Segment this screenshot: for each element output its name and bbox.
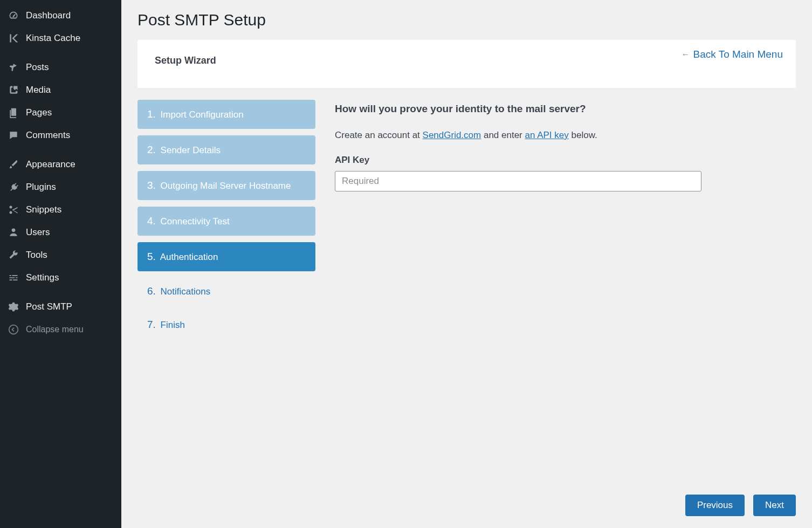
sidebar-item-appearance[interactable]: Appearance xyxy=(0,153,121,176)
sidebar-item-snippets[interactable]: Snippets xyxy=(0,198,121,221)
step-label: Sender Details xyxy=(161,145,221,155)
sidebar-item-label: Kinsta Cache xyxy=(26,33,80,44)
sidebar-item-pages[interactable]: Pages xyxy=(0,101,121,124)
arrow-left-icon: ← xyxy=(681,50,690,59)
sidebar-item-tools[interactable]: Tools xyxy=(0,244,121,266)
step-label: Connectivity Test xyxy=(161,216,230,227)
sidebar-separator xyxy=(0,50,121,56)
sendgrid-link[interactable]: SendGrid.com xyxy=(423,130,481,140)
sidebar-item-plugins[interactable]: Plugins xyxy=(0,176,121,198)
content-description: Create an account at SendGrid.com and en… xyxy=(335,130,796,141)
content-heading: How will you prove your identity to the … xyxy=(335,103,796,115)
sidebar-item-label: Pages xyxy=(26,107,52,118)
sidebar-item-post-smtp[interactable]: Post SMTP xyxy=(0,296,121,318)
step-authentication[interactable]: 5. Authentication xyxy=(137,242,315,271)
step-label: Finish xyxy=(161,320,185,330)
sidebar-separator xyxy=(0,289,121,296)
step-sender-details[interactable]: 2. Sender Details xyxy=(137,135,315,164)
wizard-header: ← Back To Main Menu Setup Wizard xyxy=(137,40,796,88)
step-label: Notifications xyxy=(161,286,211,297)
sidebar-item-label: Tools xyxy=(26,250,47,260)
sidebar-item-label: Settings xyxy=(26,272,59,283)
sidebar-item-label: Snippets xyxy=(26,204,61,215)
collapse-icon xyxy=(8,324,19,335)
step-number: 7. xyxy=(147,319,156,330)
page-title: Post SMTP Setup xyxy=(137,11,796,29)
step-connectivity-test[interactable]: 4. Connectivity Test xyxy=(137,207,315,236)
pages-icon xyxy=(8,107,19,119)
sidebar-item-kinsta-cache[interactable]: Kinsta Cache xyxy=(0,27,121,50)
sidebar-item-media[interactable]: Media xyxy=(0,79,121,101)
api-key-input[interactable] xyxy=(335,171,701,191)
kinsta-icon xyxy=(8,32,19,44)
sidebar-separator xyxy=(0,147,121,153)
comment-icon xyxy=(8,129,19,141)
sidebar-item-label: Appearance xyxy=(26,159,75,170)
plug-icon xyxy=(8,181,19,193)
step-label: Import Configuration xyxy=(161,109,244,120)
step-number: 3. xyxy=(147,180,156,191)
step-number: 6. xyxy=(147,285,156,297)
back-to-main-link[interactable]: ← Back To Main Menu xyxy=(681,49,783,60)
previous-button[interactable]: Previous xyxy=(685,495,745,516)
step-finish[interactable]: 7. Finish xyxy=(137,311,315,338)
gauge-icon xyxy=(8,10,19,22)
sidebar-item-dashboard[interactable]: Dashboard xyxy=(0,4,121,27)
sidebar-item-posts[interactable]: Posts xyxy=(0,56,121,79)
step-import-configuration[interactable]: 1. Import Configuration xyxy=(137,100,315,129)
sidebar-item-label: Comments xyxy=(26,130,70,141)
sidebar-item-label: Posts xyxy=(26,62,49,73)
sidebar-item-users[interactable]: Users xyxy=(0,221,121,244)
content-column: How will you prove your identity to the … xyxy=(335,100,796,338)
step-number: 4. xyxy=(147,215,156,227)
step-number: 1. xyxy=(147,108,156,120)
user-icon xyxy=(8,227,19,238)
api-key-link[interactable]: an API key xyxy=(525,130,569,140)
sliders-icon xyxy=(8,272,19,284)
wrench-icon xyxy=(8,249,19,261)
step-label: Authentication xyxy=(160,252,218,262)
sidebar-item-label: Media xyxy=(26,85,51,95)
sidebar-item-label: Dashboard xyxy=(26,10,71,21)
admin-sidebar: Dashboard Kinsta Cache Posts Media Pages… xyxy=(0,0,121,528)
back-link-label: Back To Main Menu xyxy=(693,49,783,60)
pin-icon xyxy=(8,61,19,73)
svg-point-0 xyxy=(9,325,18,334)
step-number: 2. xyxy=(147,144,156,155)
collapse-menu-label: Collapse menu xyxy=(26,325,84,334)
media-icon xyxy=(8,84,19,96)
sidebar-item-label: Users xyxy=(26,227,50,238)
scissors-icon xyxy=(8,204,19,216)
gear-icon xyxy=(8,301,19,313)
brush-icon xyxy=(8,159,19,170)
wizard-buttons: Previous Next xyxy=(685,495,796,516)
collapse-menu-button[interactable]: Collapse menu xyxy=(0,318,121,341)
sidebar-item-comments[interactable]: Comments xyxy=(0,124,121,147)
wizard-body: 1. Import Configuration 2. Sender Detail… xyxy=(137,100,796,338)
steps-column: 1. Import Configuration 2. Sender Detail… xyxy=(137,100,315,338)
step-notifications[interactable]: 6. Notifications xyxy=(137,278,315,305)
step-label: Outgoing Mail Server Hostname xyxy=(161,181,291,191)
api-key-label: API Key xyxy=(335,155,796,166)
step-number: 5. xyxy=(147,251,156,262)
sidebar-item-label: Post SMTP xyxy=(26,301,72,312)
next-button[interactable]: Next xyxy=(753,495,796,516)
sidebar-item-label: Plugins xyxy=(26,182,56,193)
main-content: Post SMTP Setup ← Back To Main Menu Setu… xyxy=(121,0,812,528)
step-outgoing-mail-server[interactable]: 3. Outgoing Mail Server Hostname xyxy=(137,171,315,200)
sidebar-item-settings[interactable]: Settings xyxy=(0,266,121,289)
